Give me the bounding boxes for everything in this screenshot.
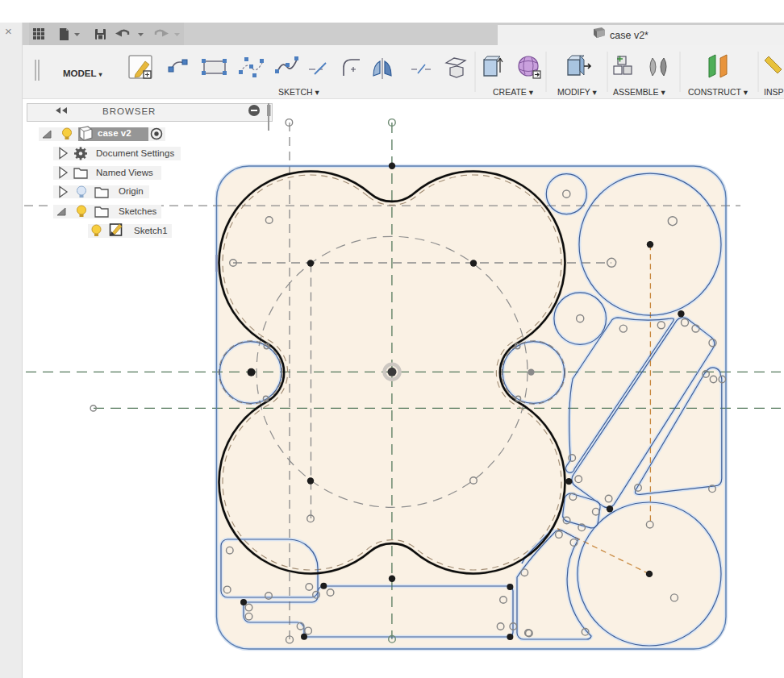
svg-text:INSP: INSP [764,87,784,97]
svg-text:MODIFY ▾: MODIFY ▾ [557,87,598,97]
svg-text:SKETCH ▾: SKETCH ▾ [278,87,320,97]
svg-text:case v2*: case v2* [610,30,648,41]
svg-text:CONSTRUCT ▾: CONSTRUCT ▾ [688,87,749,97]
svg-text:BROWSER: BROWSER [102,106,156,116]
svg-text:CREATE ▾: CREATE ▾ [493,87,534,97]
svg-text:ASSEMBLE ▾: ASSEMBLE ▾ [613,87,666,97]
